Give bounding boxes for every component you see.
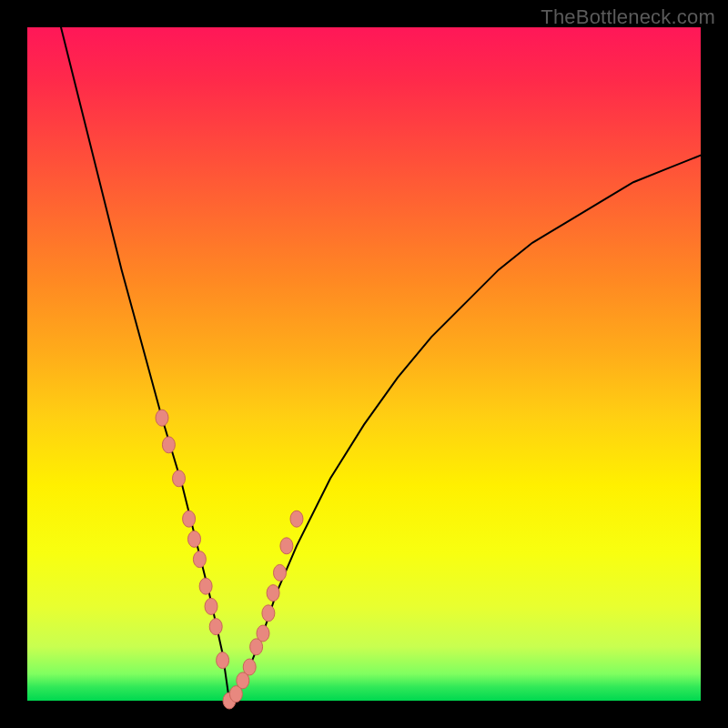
sample-dot	[199, 578, 212, 594]
sample-dot	[290, 511, 303, 527]
sample-dot	[262, 605, 275, 622]
sample-dot	[274, 564, 287, 581]
sample-dot	[173, 470, 186, 487]
bottleneck-curve	[61, 27, 701, 701]
sample-dot	[257, 625, 269, 642]
chart-frame: TheBottleneck.com	[0, 0, 728, 728]
sample-dot	[267, 585, 279, 602]
sample-dot	[188, 531, 201, 547]
sample-dot	[205, 598, 217, 614]
plot-area	[27, 27, 701, 701]
sample-dot	[156, 410, 168, 426]
sample-dot	[162, 437, 175, 453]
sample-dot	[209, 619, 222, 635]
sample-dot	[217, 652, 229, 669]
curve-layer	[27, 27, 701, 701]
sample-dot	[280, 538, 293, 554]
sample-dot	[183, 511, 196, 527]
sample-dot	[243, 659, 256, 675]
sample-dot	[193, 551, 206, 568]
watermark-text: TheBottleneck.com	[541, 5, 715, 29]
sample-dots	[156, 410, 303, 709]
